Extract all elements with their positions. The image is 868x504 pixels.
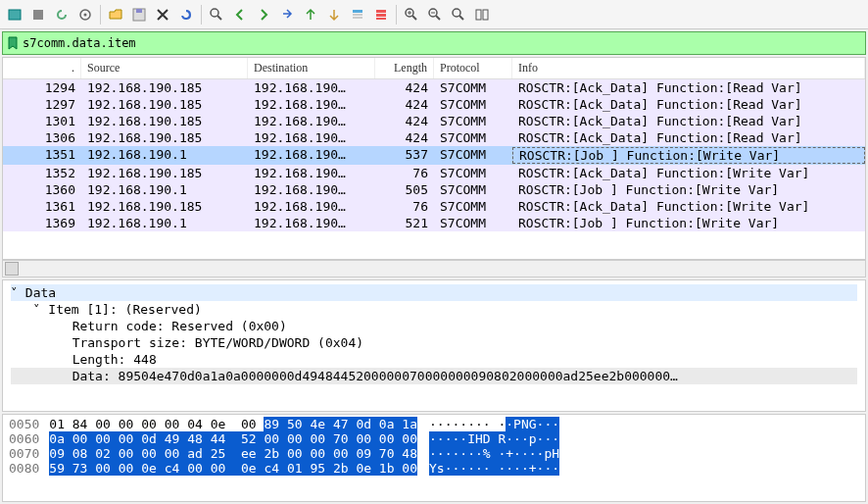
svg-rect-10 — [353, 17, 362, 19]
col-header-protocol[interactable]: Protocol — [434, 58, 512, 78]
svg-line-19 — [459, 16, 463, 20]
packet-row[interactable]: 1361192.168.190.185192.168.190…76S7COMMR… — [3, 198, 865, 215]
tree-data-hex[interactable]: Data: 89504e470d0a1a0a0000000d4948445200… — [11, 368, 857, 384]
svg-line-15 — [412, 16, 416, 20]
packet-details-pane[interactable]: ˅ Data ˅ Item [1]: (Reserved) Return cod… — [2, 279, 866, 412]
hex-row[interactable]: 008059 73 00 00 0e c4 00 00 0e c4 01 95 … — [9, 461, 859, 476]
tree-item-node[interactable]: ˅ Item [1]: (Reserved) — [11, 301, 857, 318]
packet-row[interactable]: 1369192.168.190.1192.168.190…521S7COMMRO… — [3, 215, 865, 231]
auto-scroll-icon[interactable] — [347, 4, 368, 25]
jump-to-icon[interactable] — [276, 4, 298, 25]
go-last-icon[interactable] — [323, 4, 345, 25]
col-header-number[interactable]: . — [3, 58, 81, 78]
svg-line-7 — [217, 16, 221, 20]
packet-list-hscroll[interactable] — [2, 260, 866, 277]
svg-point-3 — [84, 13, 87, 16]
hex-row[interactable]: 00600a 00 00 00 0d 49 48 44 52 00 00 00 … — [9, 431, 859, 446]
svg-rect-21 — [483, 10, 488, 20]
zoom-reset-icon[interactable] — [448, 4, 469, 25]
stop-icon[interactable] — [27, 4, 49, 25]
packet-row[interactable]: 1297192.168.190.185192.168.190…424S7COMM… — [3, 96, 865, 113]
tree-data-node[interactable]: ˅ Data — [11, 284, 857, 301]
tree-return-code[interactable]: Return code: Reserved (0x00) — [11, 318, 857, 334]
col-header-info[interactable]: Info — [512, 58, 865, 78]
bookmark-icon — [7, 36, 19, 50]
packet-list-header: . Source Destination Length Protocol Inf… — [3, 58, 865, 79]
go-first-icon[interactable] — [300, 4, 321, 25]
display-filter-bar[interactable] — [2, 31, 866, 55]
col-header-source[interactable]: Source — [81, 58, 248, 78]
svg-rect-5 — [136, 9, 142, 13]
packet-row[interactable]: 1352192.168.190.185192.168.190…76S7COMMR… — [3, 165, 865, 181]
resize-columns-icon[interactable] — [471, 4, 493, 25]
zoom-in-icon[interactable] — [401, 4, 422, 25]
find-icon[interactable] — [206, 4, 227, 25]
col-header-length[interactable]: Length — [375, 58, 434, 78]
go-back-icon[interactable] — [229, 4, 251, 25]
packet-row[interactable]: 1294192.168.190.185192.168.190…424S7COMM… — [3, 79, 865, 96]
svg-rect-11 — [376, 10, 386, 13]
main-toolbar — [0, 0, 868, 29]
svg-rect-12 — [376, 14, 386, 17]
tree-length[interactable]: Length: 448 — [11, 351, 857, 368]
packet-list-pane[interactable]: . Source Destination Length Protocol Inf… — [2, 57, 866, 260]
restart-icon[interactable] — [51, 4, 72, 25]
open-icon[interactable] — [105, 4, 126, 25]
col-header-destination[interactable]: Destination — [248, 58, 375, 78]
svg-rect-0 — [9, 10, 21, 20]
packet-row[interactable]: 1360192.168.190.1192.168.190…505S7COMMRO… — [3, 181, 865, 198]
reload-icon[interactable] — [175, 4, 197, 25]
packet-row[interactable]: 1306192.168.190.185192.168.190…424S7COMM… — [3, 129, 865, 146]
go-forward-icon[interactable] — [253, 4, 274, 25]
zoom-out-icon[interactable] — [424, 4, 446, 25]
interfaces-icon[interactable] — [4, 4, 25, 25]
packet-row[interactable]: 1351192.168.190.1192.168.190…537S7COMMRO… — [3, 146, 865, 165]
display-filter-input[interactable] — [23, 36, 861, 50]
packet-row[interactable]: 1301192.168.190.185192.168.190…424S7COMM… — [3, 113, 865, 129]
svg-rect-13 — [376, 18, 386, 20]
tree-transport-size[interactable]: Transport size: BYTE/WORD/DWORD (0x04) — [11, 334, 857, 351]
svg-rect-9 — [353, 14, 362, 16]
svg-rect-20 — [476, 10, 481, 20]
hex-row[interactable]: 007009 08 02 00 00 00 ad 25 ee 2b 00 00 … — [9, 446, 859, 461]
save-icon[interactable] — [128, 4, 150, 25]
svg-point-18 — [453, 9, 460, 17]
options-icon[interactable] — [74, 4, 96, 25]
chevron-down-icon[interactable]: ˅ — [33, 302, 48, 317]
hex-dump-pane[interactable]: 005001 84 00 00 00 00 04 0e 00 89 50 4e … — [2, 414, 866, 502]
close-icon[interactable] — [152, 4, 173, 25]
colorize-icon[interactable] — [370, 4, 392, 25]
hex-row[interactable]: 005001 84 00 00 00 00 04 0e 00 89 50 4e … — [9, 417, 859, 431]
svg-point-6 — [211, 9, 218, 17]
svg-rect-1 — [33, 10, 43, 20]
chevron-down-icon[interactable]: ˅ — [11, 285, 25, 300]
svg-line-17 — [436, 16, 440, 20]
svg-rect-8 — [353, 10, 362, 13]
